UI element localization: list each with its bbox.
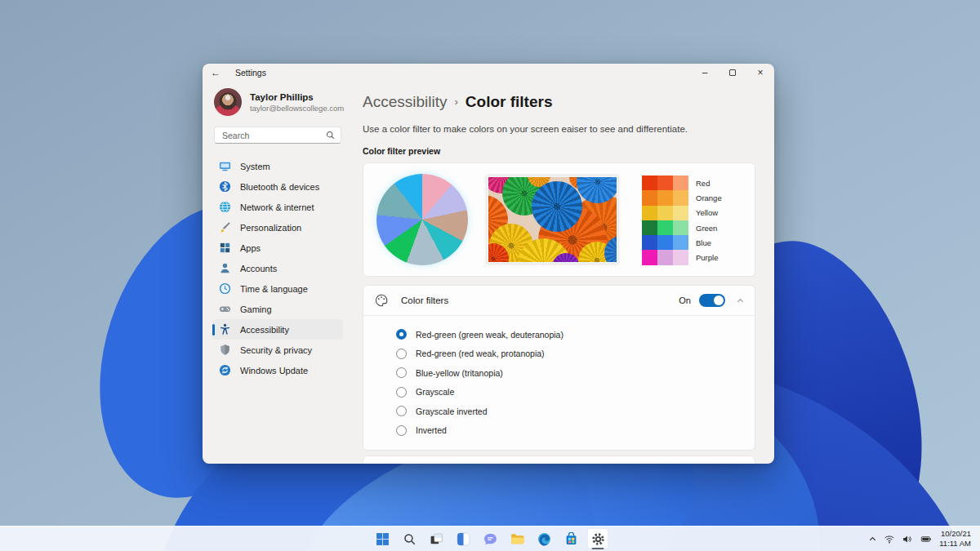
sidebar-item-label: Network & internet	[240, 202, 314, 212]
swatch-label: Orange	[696, 193, 722, 202]
swatch-cell	[673, 190, 688, 205]
chevron-up-icon[interactable]	[868, 535, 877, 544]
radio-button[interactable]	[396, 367, 407, 378]
taskbar-chat-icon[interactable]	[479, 528, 501, 549]
sidebar-item-network-internet[interactable]: Network & internet	[212, 197, 343, 217]
breadcrumb-separator: ›	[454, 96, 457, 108]
radio-button[interactable]	[396, 329, 407, 340]
sidebar-item-accounts[interactable]: Accounts	[212, 258, 343, 278]
sidebar-item-label: Accounts	[240, 264, 277, 273]
battery-icon[interactable]	[920, 534, 933, 544]
sidebar-item-apps[interactable]: Apps	[212, 238, 343, 258]
swatch-label: Blue	[696, 238, 711, 247]
settings-icon	[591, 532, 605, 546]
taskbar-task-view-icon[interactable]	[425, 528, 447, 549]
taskbar-store-icon[interactable]	[560, 528, 581, 549]
sidebar-item-security-privacy[interactable]: Security & privacy	[212, 340, 343, 360]
swatch-row: Purple	[642, 250, 722, 264]
sidebar-item-label: Bluetooth & devices	[240, 182, 319, 192]
swatch-cell	[673, 220, 688, 235]
filter-option-red-green-1[interactable]: Red-green (red weak, protanopia)	[396, 344, 755, 364]
filter-option-grayscale-3[interactable]: Grayscale	[396, 383, 755, 402]
sidebar-item-time-language[interactable]: Time & language	[212, 278, 343, 299]
radio-button[interactable]	[396, 387, 407, 398]
user-profile[interactable]: Taylor Phillips taylor@bellowscollege.co…	[214, 88, 343, 116]
filter-option-inverted-5[interactable]: Inverted	[396, 421, 755, 441]
swatch-row: Red	[642, 176, 722, 190]
main-content: Accessibility › Color filters Use a colo…	[363, 82, 774, 464]
color-filter-preview-card: RedOrangeYellowGreenBluePurple	[363, 162, 755, 277]
sidebar-item-label: Gaming	[240, 304, 272, 314]
sidebar-item-gaming[interactable]: Gaming	[212, 299, 343, 319]
breadcrumb-parent[interactable]: Accessibility	[363, 93, 447, 111]
accounts-icon	[219, 262, 231, 274]
taskbar-icons	[372, 528, 608, 549]
chevron-up-icon[interactable]	[736, 296, 745, 305]
sidebar-item-label: Windows Update	[240, 366, 308, 375]
back-button[interactable]: ←	[211, 67, 225, 78]
search-icon	[403, 532, 416, 546]
search-input[interactable]	[214, 127, 341, 144]
swatch-row: Yellow	[642, 206, 722, 220]
taskbar-file-explorer-icon[interactable]	[506, 528, 528, 549]
sidebar-item-system[interactable]: System	[212, 156, 343, 176]
color-filters-toggle[interactable]	[699, 294, 725, 307]
preview-heading: Color filter preview	[363, 146, 755, 156]
window-title: Settings	[235, 68, 266, 78]
sidebar-item-label: System	[240, 162, 270, 171]
swatch-cell	[673, 250, 688, 264]
system-tray: 10/20/21 11:11 AM	[868, 529, 980, 549]
pinwheel-photo	[487, 176, 618, 264]
swatch-cell	[657, 220, 673, 235]
store-icon	[564, 532, 578, 546]
taskbar-settings-icon[interactable]	[587, 528, 608, 549]
edge-icon	[537, 532, 551, 546]
filter-option-label: Grayscale inverted	[416, 407, 488, 416]
swatch-cell	[673, 206, 688, 220]
sidebar-item-label: Apps	[240, 243, 261, 253]
wifi-icon[interactable]	[884, 534, 895, 544]
sidebar-item-windows-update[interactable]: Windows Update	[212, 360, 343, 380]
color-filters-row[interactable]: Color filters On	[363, 286, 755, 315]
volume-icon[interactable]	[902, 534, 913, 544]
color-filters-card: Color filters On Red-green (green weak, …	[363, 285, 755, 451]
minimize-button[interactable]: –	[691, 64, 719, 82]
swatch-row: Blue	[642, 235, 722, 250]
swatch-cell	[642, 250, 657, 264]
sidebar-nav: SystemBluetooth & devicesNetwork & inter…	[212, 156, 343, 380]
swatch-label: Purple	[696, 253, 718, 262]
profile-name: Taylor Phillips	[250, 92, 344, 102]
filter-option-red-green-0[interactable]: Red-green (green weak, deuteranopia)	[396, 325, 755, 344]
page-description: Use a color filter to make colors on you…	[363, 124, 755, 134]
toggle-knob	[714, 295, 724, 305]
swatch-cell	[657, 206, 673, 220]
rosette	[532, 181, 582, 232]
titlebar: ← Settings – ×	[203, 64, 774, 82]
maximize-button[interactable]	[719, 64, 746, 82]
radio-button[interactable]	[396, 349, 407, 359]
swatch-label: Green	[696, 224, 717, 233]
clock[interactable]: 10/20/21 11:11 AM	[939, 529, 971, 549]
sidebar-item-bluetooth-devices[interactable]: Bluetooth & devices	[212, 176, 343, 197]
close-button[interactable]: ×	[746, 64, 774, 82]
tray-time: 11:11 AM	[939, 539, 971, 549]
keyboard-shortcut-card: Keyboard shortcut for color filters Pres…	[363, 455, 755, 464]
sidebar: Taylor Phillips taylor@bellowscollege.co…	[203, 82, 353, 464]
taskbar-start-icon[interactable]	[372, 528, 393, 549]
bluetooth-icon	[219, 180, 231, 193]
filter-option-blue-yellow-2[interactable]: Blue-yellow (tritanopia)	[396, 363, 755, 383]
swatch-cell	[642, 206, 657, 220]
filter-option-grayscale-4[interactable]: Grayscale inverted	[396, 402, 755, 421]
radio-button[interactable]	[396, 425, 407, 436]
maximize-icon	[729, 69, 736, 76]
swatch-cell	[657, 235, 673, 250]
taskbar-search-icon[interactable]	[399, 528, 420, 549]
color-swatch-grid: RedOrangeYellowGreenBluePurple	[642, 176, 722, 265]
sidebar-item-personalization[interactable]: Personalization	[212, 217, 343, 238]
taskbar-edge-icon[interactable]	[533, 528, 555, 549]
taskbar: 10/20/21 11:11 AM	[0, 526, 980, 551]
taskbar-widgets-icon[interactable]	[452, 528, 474, 549]
sidebar-item-accessibility[interactable]: Accessibility	[212, 319, 343, 340]
swatch-label: Red	[696, 179, 710, 188]
radio-button[interactable]	[396, 406, 407, 416]
